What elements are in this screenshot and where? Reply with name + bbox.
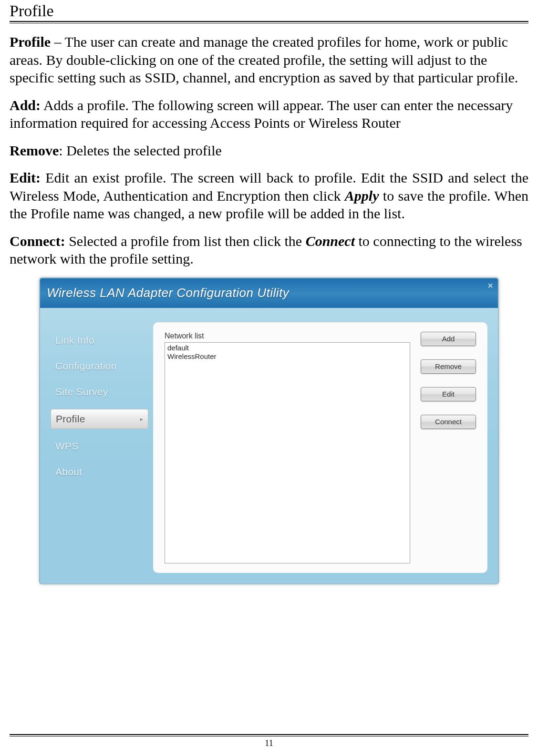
page-number: 11 xyxy=(265,738,273,748)
page-title: Profile xyxy=(10,0,528,21)
profile-description: Profile – The user can create and manage… xyxy=(10,33,528,87)
close-icon[interactable]: × xyxy=(487,280,493,291)
connect-text-a: Selected a profile from list then click … xyxy=(65,233,306,249)
chevron-right-icon: ▸ xyxy=(140,416,143,422)
sidebar: Link Info Configuration Site Survey Prof… xyxy=(51,322,148,573)
connect-label: Connect: xyxy=(10,233,65,249)
remove-label: Remove xyxy=(10,143,59,158)
connect-button[interactable]: Connect xyxy=(421,415,476,429)
edit-description: Edit: Edit an exist profile. The screen … xyxy=(10,169,528,223)
sidebar-item-configuration[interactable]: Configuration xyxy=(51,358,148,375)
profile-sep: – xyxy=(51,34,64,50)
sidebar-item-wps[interactable]: WPS xyxy=(51,438,148,455)
connect-description: Connect: Selected a profile from list th… xyxy=(10,232,528,268)
edit-label: Edit: xyxy=(10,170,41,185)
sidebar-item-about[interactable]: About xyxy=(51,463,148,480)
edit-button[interactable]: Edit xyxy=(421,387,476,401)
window-title: Wireless LAN Adapter Configuration Utili… xyxy=(47,286,289,300)
profile-label: Profile xyxy=(10,34,51,50)
add-label: Add: xyxy=(10,97,41,113)
profile-text: The user can create and manage the creat… xyxy=(10,34,518,85)
remove-description: Remove: Deletes the selected profile xyxy=(10,142,528,160)
add-text: Adds a profile. The following screen wil… xyxy=(10,97,513,131)
connect-emph: Connect xyxy=(306,233,355,249)
sidebar-item-link-info[interactable]: Link Info xyxy=(51,332,148,349)
sidebar-item-label: Profile xyxy=(56,413,85,424)
edit-emph: Apply xyxy=(345,188,379,204)
list-item[interactable]: default xyxy=(167,344,408,352)
sidebar-item-profile[interactable]: Profile ▸ xyxy=(51,409,148,429)
add-button[interactable]: Add xyxy=(421,332,476,346)
add-description: Add: Adds a profile. The following scree… xyxy=(10,96,528,132)
footer-rule xyxy=(10,734,528,736)
titlebar: Wireless LAN Adapter Configuration Utili… xyxy=(40,278,498,308)
network-list-label: Network list xyxy=(165,332,410,340)
remove-text: : Deletes the selected profile xyxy=(59,143,222,158)
sidebar-item-site-survey[interactable]: Site Survey xyxy=(51,383,148,400)
app-window: Wireless LAN Adapter Configuration Utili… xyxy=(39,277,499,584)
page-footer: 11 xyxy=(10,734,528,748)
list-item[interactable]: WirelessRouter xyxy=(167,352,408,361)
remove-button[interactable]: Remove xyxy=(421,359,476,374)
main-panel: Network list default WirelessRouter Add … xyxy=(153,322,487,573)
title-rule xyxy=(10,21,528,23)
network-list[interactable]: default WirelessRouter xyxy=(165,342,410,563)
